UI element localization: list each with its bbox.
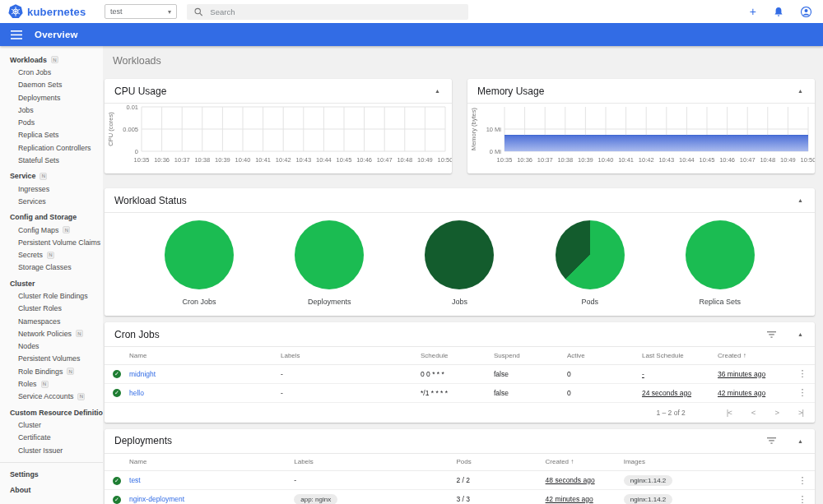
x-tick-label: 10:37 — [174, 156, 190, 164]
deployment-row-name-link[interactable]: test — [129, 476, 141, 484]
sidebar-item-deployments[interactable]: Deployments — [0, 91, 103, 104]
sidebar-item-about[interactable]: About — [0, 484, 103, 497]
sidebar-item-persistent-volume-claims[interactable]: Persistent Volume ClaimsN — [0, 236, 103, 248]
sidebar-item-cluster[interactable]: Cluster — [0, 418, 103, 431]
sidebar-item-label: Replication Controllers — [18, 144, 91, 152]
pie-chart-pods[interactable] — [556, 220, 625, 289]
sidebar-item-secrets[interactable]: SecretsN — [0, 248, 103, 261]
sidebar-item-pods[interactable]: Pods — [0, 116, 103, 128]
sidebar-item-cluster-role-bindings[interactable]: Cluster Role Bindings — [0, 289, 103, 302]
filter-button[interactable] — [767, 331, 776, 338]
pie-chart-replica-sets[interactable] — [686, 220, 755, 289]
sidebar-item-workloads[interactable]: WorkloadsN — [0, 53, 103, 66]
sidebar-item-namespaces[interactable]: Namespaces — [0, 315, 103, 327]
sidebar-item-settings[interactable]: Settings — [0, 468, 103, 480]
row-actions-button[interactable]: ⋮ — [794, 475, 810, 485]
sidebar-item-config-maps[interactable]: Config MapsN — [0, 224, 103, 236]
cell-text: 2 / 2 — [456, 476, 470, 484]
cron-job-row-name-link[interactable]: hello — [129, 389, 144, 397]
sidebar-item-label: Secrets — [18, 251, 43, 259]
sidebar-item-network-policies[interactable]: Network PoliciesN — [0, 327, 103, 340]
sidebar-item-cluster[interactable]: Cluster — [0, 277, 103, 289]
cell-status: ✓ — [105, 364, 129, 383]
column-header-schedule[interactable]: Schedule — [421, 347, 494, 364]
sidebar-item-service[interactable]: ServiceN — [0, 170, 103, 183]
sidebar-item-role-bindings[interactable]: Role BindingsN — [0, 365, 103, 377]
sidebar-item-label: Ingresses — [18, 185, 49, 193]
sidebar-item-replica-sets[interactable]: Replica Sets — [0, 129, 103, 141]
topbar-actions: + — [750, 6, 823, 17]
kubernetes-logo[interactable]: kubernetes — [0, 4, 91, 19]
column-header-created[interactable]: Created ↑ — [718, 347, 790, 364]
sidebar-item-persistent-volumes[interactable]: Persistent Volumes — [0, 353, 103, 365]
cpu-usage-card: CPU Usage ▲ 00.0050.0110:3510:3610:3710:… — [105, 79, 452, 173]
namespaced-badge: N — [51, 56, 58, 63]
column-header-suspend[interactable]: Suspend — [494, 347, 567, 364]
pie-chart-jobs[interactable] — [425, 220, 494, 289]
search-icon — [194, 7, 202, 16]
sidebar-item-nodes[interactable]: Nodes — [0, 340, 103, 353]
namespace-select[interactable]: test ▾ — [105, 4, 177, 19]
sidebar-item-service-accounts[interactable]: Service AccountsN — [0, 391, 103, 403]
create-resource-button[interactable]: + — [750, 6, 756, 17]
sidebar-item-cron-jobs[interactable]: Cron Jobs — [0, 66, 103, 78]
previous-page-button[interactable]: < — [751, 408, 756, 417]
column-header-active[interactable]: Active — [567, 347, 642, 364]
sidebar-item-replication-controllers[interactable]: Replication Controllers — [0, 141, 103, 154]
sidebar-item-config-and-storage[interactable]: Config and Storage — [0, 211, 103, 224]
column-header-labels[interactable]: Labels — [294, 454, 456, 471]
column-header-labels[interactable]: Labels — [281, 347, 421, 364]
menu-button[interactable] — [11, 30, 22, 39]
sidebar-item-cluster-roles[interactable]: Cluster Roles — [0, 303, 103, 315]
column-header-name[interactable]: Name — [129, 347, 281, 364]
sidebar-item-jobs[interactable]: Jobs — [0, 104, 103, 116]
sidebar-item-label: Roles — [18, 380, 37, 388]
pie-label: Replica Sets — [700, 298, 742, 306]
status-ok-icon: ✓ — [113, 389, 121, 397]
row-actions-button[interactable]: ⋮ — [795, 368, 811, 378]
sidebar-item-custom-resource-definitions[interactable]: Custom Resource Definitions — [0, 406, 103, 418]
next-page-button[interactable]: > — [774, 408, 779, 417]
sidebar-item-ingresses[interactable]: Ingresses — [0, 183, 103, 195]
first-page-button[interactable]: |< — [727, 408, 732, 417]
sidebar-item-label: Namespaces — [18, 317, 60, 326]
column-header-blank — [105, 347, 129, 364]
collapse-icon[interactable]: ▲ — [796, 196, 805, 205]
deployment-row-name-link[interactable]: nginx-deployment — [129, 495, 184, 503]
search-bar[interactable] — [187, 4, 468, 20]
sidebar-item-cluster-issuer[interactable]: Cluster Issuer — [0, 444, 103, 456]
collapse-icon[interactable]: ▲ — [796, 437, 805, 446]
sidebar-item-stateful-sets[interactable]: Stateful Sets — [0, 154, 103, 166]
sidebar-item-label: Daemon Sets — [18, 81, 62, 89]
x-tick-label: 10:46 — [356, 156, 372, 164]
search-input[interactable] — [210, 7, 461, 16]
last-page-button[interactable]: >| — [798, 408, 803, 417]
row-actions-button[interactable]: ⋮ — [794, 494, 810, 504]
collapse-icon[interactable]: ▲ — [796, 330, 805, 339]
cron-job-row-name-link[interactable]: midnight — [129, 370, 156, 378]
sidebar-item-daemon-sets[interactable]: Daemon Sets — [0, 79, 103, 91]
column-header-last-schedule[interactable]: Last Schedule — [642, 347, 718, 364]
sidebar-item-services[interactable]: Services — [0, 195, 103, 207]
column-header-images[interactable]: Images — [624, 454, 790, 471]
notifications-button[interactable] — [774, 7, 783, 17]
pie-label: Jobs — [452, 298, 467, 306]
sidebar-item-certificate[interactable]: Certificate — [0, 432, 103, 444]
sidebar-item-storage-classes[interactable]: Storage Classes — [0, 261, 103, 274]
row-actions-button[interactable]: ⋮ — [795, 387, 811, 397]
column-header-name[interactable]: Name — [129, 454, 294, 471]
column-header-pods[interactable]: Pods — [456, 454, 545, 471]
filter-button[interactable] — [767, 437, 776, 444]
sidebar-item-label: Persistent Volume Claims — [18, 238, 100, 247]
sidebar-item-roles[interactable]: RolesN — [0, 377, 103, 390]
sidebar-item-label: Nodes — [18, 342, 39, 350]
sidebar-item-label: Cron Jobs — [18, 68, 51, 76]
pie-chart-deployments[interactable] — [295, 220, 364, 289]
collapse-icon[interactable]: ▲ — [796, 86, 805, 95]
pie-chart-cron-jobs[interactable] — [165, 220, 234, 289]
sort-arrow-icon: ↑ — [741, 352, 746, 359]
collapse-icon[interactable]: ▲ — [433, 86, 442, 95]
column-header-created[interactable]: Created ↑ — [546, 454, 624, 471]
cell-status: ✓ — [105, 490, 129, 504]
user-account-button[interactable] — [801, 7, 811, 17]
